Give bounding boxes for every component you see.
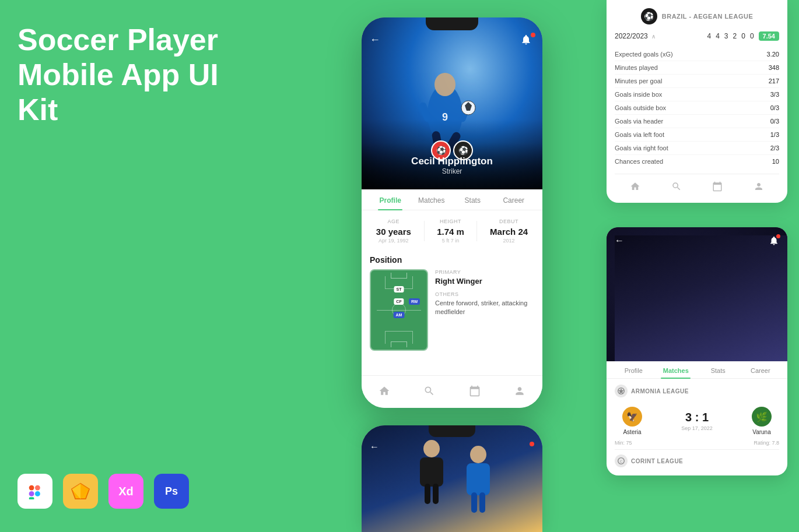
corint-league-icon: C bbox=[615, 455, 628, 467]
title-line1: Soccer Player bbox=[17, 23, 242, 58]
season-stat-1: 4 bbox=[716, 32, 720, 40]
hero-image: 9 ← ⚽ ⚽ Cecil Hipplington Striker bbox=[362, 17, 542, 189]
armonia-league-icon bbox=[615, 385, 628, 397]
tool-icons-row: Xd Ps bbox=[17, 474, 189, 509]
profile-tabs: Profile Matches Stats Career bbox=[362, 189, 542, 210]
card-nav-search[interactable] bbox=[671, 181, 682, 195]
match-row-1: 🦅 Asteria 3 : 1 Sep 17, 2022 🌿 Varuna bbox=[615, 403, 779, 439]
app-title: Soccer Player Mobile App UI Kit bbox=[17, 23, 242, 127]
match-info-row: Min: 75 Rating: 7.8 bbox=[615, 439, 779, 450]
player-name-hero: Cecil Hipplington Striker bbox=[362, 156, 542, 175]
season-chevron-icon[interactable]: ∧ bbox=[651, 33, 656, 40]
svg-rect-34 bbox=[479, 492, 485, 513]
notification-badge bbox=[531, 33, 535, 37]
league-header: ⚽ BRAZIL - AEGEAN LEAGUE bbox=[615, 8, 779, 24]
right-tab-stats[interactable]: Stats bbox=[697, 361, 740, 378]
pos-tag-rw: RW bbox=[409, 298, 420, 305]
title-line2: Mobile App UI Kit bbox=[17, 58, 242, 128]
stats-row-header: Goals via header 0/3 bbox=[615, 115, 779, 128]
position-section: ST CF RW AM PRIMARY Right Winger OTHERS … bbox=[362, 269, 542, 359]
match-team-home: 🦅 Asteria bbox=[615, 407, 650, 435]
stats-row-minutes: Minutes played 348 bbox=[615, 61, 779, 75]
ps-icon[interactable]: Ps bbox=[154, 474, 189, 509]
bottom-phone-dot bbox=[530, 442, 534, 446]
nav-search-icon[interactable] bbox=[423, 385, 436, 397]
position-info: PRIMARY Right Winger OTHERS Centre forwo… bbox=[435, 269, 534, 317]
main-phone-mockup: 9 ← ⚽ ⚽ Cecil Hipplington Striker Pro bbox=[362, 17, 542, 408]
right-notif-badge bbox=[776, 234, 780, 238]
svg-rect-29 bbox=[425, 484, 430, 504]
svg-rect-32 bbox=[467, 463, 490, 495]
armonia-league-label: ARMONIA LEAGUE bbox=[615, 385, 779, 397]
team-asteria-logo: 🦅 bbox=[622, 407, 642, 427]
stats-row-mpg: Minutes per goal 217 bbox=[615, 75, 779, 88]
bottom-phone-back-btn[interactable]: ← bbox=[370, 442, 379, 452]
stats-row-inside: Goals inside box 3/3 bbox=[615, 88, 779, 101]
stats-row-right: Goals via right foot 2/3 bbox=[615, 142, 779, 155]
svg-rect-33 bbox=[471, 492, 477, 513]
right-phone-tabs: Profile Matches Stats Career bbox=[607, 361, 787, 379]
stat-divider-2 bbox=[476, 221, 477, 241]
season-stat-5: 0 bbox=[750, 32, 754, 40]
team-varuna-logo: 🌿 bbox=[752, 407, 772, 427]
player-stats-row: AGE 30 years Apr 19, 1992 HEIGHT 1.74 m … bbox=[362, 210, 542, 249]
phone-notch bbox=[426, 17, 478, 30]
bottom-phone-partial: ← bbox=[362, 425, 542, 532]
league-name-text: BRAZIL - AEGEAN LEAGUE bbox=[662, 13, 753, 20]
right-back-button[interactable]: ← bbox=[615, 235, 787, 361]
svg-rect-1 bbox=[35, 485, 40, 491]
pos-tag-cf: CF bbox=[394, 298, 404, 305]
card-nav-home[interactable] bbox=[630, 181, 640, 195]
figma-icon[interactable] bbox=[17, 474, 52, 509]
stat-debut: DEBUT March 24 2012 bbox=[490, 219, 528, 244]
svg-point-11 bbox=[434, 73, 455, 96]
bottom-phone-notch bbox=[429, 425, 475, 437]
season-row: 2022/2023 ∧ 4 4 3 2 0 0 7.54 bbox=[615, 31, 779, 41]
svg-rect-3 bbox=[29, 497, 34, 499]
svg-rect-0 bbox=[29, 485, 34, 491]
right-notification-button[interactable] bbox=[769, 235, 779, 248]
xd-icon[interactable]: Xd bbox=[108, 474, 143, 509]
match-team-away: 🌿 Varuna bbox=[744, 407, 779, 435]
right-tab-profile[interactable]: Profile bbox=[612, 361, 655, 378]
svg-point-31 bbox=[470, 446, 486, 463]
notification-button[interactable] bbox=[520, 34, 534, 48]
bottom-phone-hero: ← bbox=[362, 425, 542, 532]
card-nav-profile[interactable] bbox=[754, 181, 764, 195]
stat-divider-1 bbox=[424, 221, 425, 241]
field-diagram: ST CF RW AM bbox=[370, 269, 428, 351]
right-tab-matches[interactable]: Matches bbox=[655, 361, 698, 378]
tab-career[interactable]: Career bbox=[493, 189, 535, 210]
card-bottom-nav bbox=[615, 174, 779, 195]
league-ball-icon: ⚽ bbox=[641, 8, 657, 24]
svg-point-4 bbox=[35, 491, 40, 496]
nav-home-icon[interactable] bbox=[378, 385, 391, 397]
penalty-area-bottom bbox=[385, 331, 413, 344]
season-year: 2022/2023 bbox=[615, 32, 648, 40]
svg-point-27 bbox=[423, 440, 440, 457]
match-score-center: 3 : 1 Sep 17, 2022 bbox=[650, 411, 744, 431]
nav-profile-icon[interactable] bbox=[513, 385, 526, 397]
tab-profile[interactable]: Profile bbox=[370, 189, 411, 210]
right-tab-career[interactable]: Career bbox=[740, 361, 782, 378]
tab-matches[interactable]: Matches bbox=[411, 189, 453, 210]
tab-stats[interactable]: Stats bbox=[452, 189, 493, 210]
season-stat-3: 2 bbox=[733, 32, 737, 40]
card-nav-calendar[interactable] bbox=[712, 181, 723, 195]
stat-age: AGE 30 years Apr 19, 1992 bbox=[376, 219, 411, 244]
sketch-icon[interactable] bbox=[63, 474, 98, 509]
stat-height: HEIGHT 1.74 m 5 ft 7 in bbox=[437, 219, 464, 244]
nav-calendar-icon[interactable] bbox=[468, 385, 481, 397]
back-button[interactable]: ← bbox=[370, 34, 380, 46]
season-stat-4: 0 bbox=[741, 32, 745, 40]
right-hero-image: 23 ← ⚽ 🏆 Dominic Ement bbox=[607, 227, 787, 361]
stats-row-outside: Goals outside box 0/3 bbox=[615, 101, 779, 115]
season-rating-badge: 7.54 bbox=[759, 31, 779, 41]
svg-rect-2 bbox=[29, 491, 34, 496]
bottom-navigation bbox=[362, 375, 542, 408]
svg-rect-28 bbox=[420, 457, 443, 487]
stats-row-chances: Chances created 10 bbox=[615, 155, 779, 168]
stats-row-xg: Expected goals (xG) 3.20 bbox=[615, 48, 779, 61]
svg-text:C: C bbox=[620, 460, 622, 463]
season-stat-2: 3 bbox=[724, 32, 728, 40]
